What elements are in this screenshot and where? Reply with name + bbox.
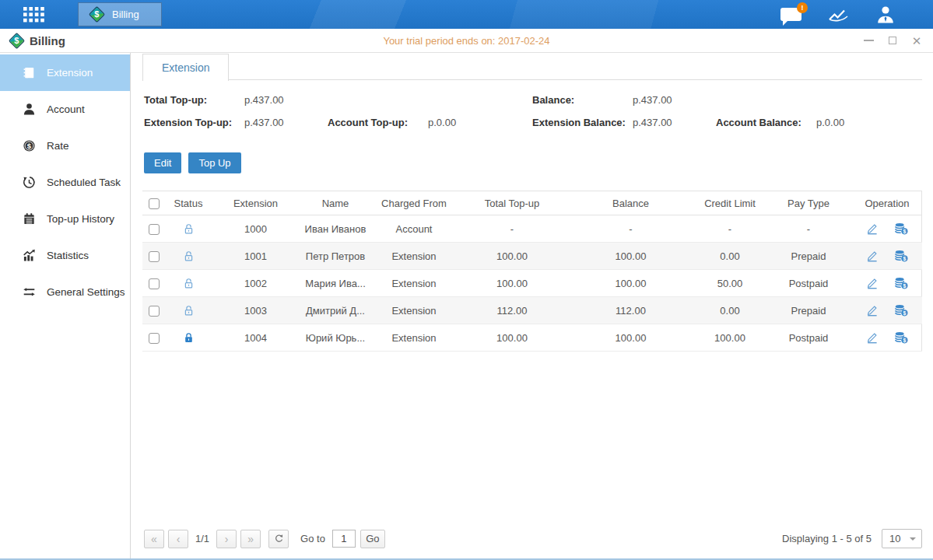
- account-topup-label: Account Top-up:: [328, 117, 428, 128]
- close-button[interactable]: ✕: [911, 35, 922, 46]
- edit-row-icon[interactable]: [866, 331, 879, 344]
- table-row: 1003 Дмитрий Д... Extension 112.00 112.0…: [142, 297, 922, 324]
- first-page-button[interactable]: «: [144, 530, 164, 548]
- cell-charged-from: Extension: [370, 243, 458, 270]
- column-operation: Operation: [852, 191, 922, 215]
- column-balance: Balance: [566, 191, 695, 215]
- maximize-button[interactable]: [887, 35, 898, 46]
- account-topup-value: p.0.00: [428, 117, 532, 128]
- row-checkbox[interactable]: [149, 278, 160, 289]
- notification-badge: !: [797, 2, 808, 13]
- topup-row-icon[interactable]: [894, 304, 908, 317]
- edit-row-icon[interactable]: [866, 304, 879, 317]
- user-account-button[interactable]: [875, 5, 896, 23]
- balance-value: p.437.00: [633, 94, 716, 106]
- sidebar-item-general-settings[interactable]: General Settings: [0, 274, 130, 310]
- column-total-topup: Total Top-up: [458, 191, 566, 215]
- topup-row-icon[interactable]: [894, 250, 908, 262]
- balance-label: Balance:: [532, 94, 633, 106]
- cell-balance: 112.00: [566, 297, 695, 324]
- table-row: 1002 Мария Ива... Extension 100.00 100.0…: [142, 270, 922, 297]
- next-page-button[interactable]: ›: [216, 530, 237, 548]
- row-checkbox[interactable]: [149, 224, 160, 235]
- column-status: Status: [166, 191, 211, 215]
- taskbar-tab-label: Billing: [112, 9, 139, 20]
- column-credit-limit: Credit Limit: [695, 191, 765, 215]
- go-button[interactable]: Go: [360, 530, 385, 548]
- topup-row-icon[interactable]: [894, 277, 908, 289]
- cell-name: Мария Ива...: [300, 270, 370, 297]
- column-extension: Extension: [211, 191, 300, 215]
- extension-icon: [23, 66, 37, 79]
- cell-pay-type: Postpaid: [765, 270, 852, 297]
- unlocked-icon: [183, 223, 195, 235]
- select-all-checkbox[interactable]: [149, 198, 160, 209]
- cell-total-topup: 112.00: [458, 297, 566, 324]
- cell-charged-from: Extension: [370, 270, 458, 297]
- pagination-bar: « ‹ 1/1 › » Go to Go Displaying 1 - 5 of…: [142, 529, 922, 558]
- general-settings-icon: [23, 285, 37, 299]
- window-titlebar: $ Billing Your trial period ends on: 201…: [0, 29, 933, 53]
- edit-row-icon[interactable]: [866, 250, 879, 262]
- sidebar-item-account[interactable]: Account: [0, 91, 130, 128]
- rate-icon: [23, 139, 37, 152]
- topup-row-icon[interactable]: [894, 331, 908, 344]
- sidebar: Extension Account Rate Scheduled Task To…: [0, 53, 131, 558]
- notifications-button[interactable]: !: [780, 8, 801, 21]
- row-checkbox[interactable]: [149, 333, 160, 344]
- goto-page-input[interactable]: [332, 530, 356, 548]
- cell-name: Иван Иванов: [300, 215, 370, 243]
- cell-pay-type: Postpaid: [765, 324, 852, 352]
- locked-icon: [183, 332, 195, 344]
- extensions-table: Status Extension Name Charged From Total…: [142, 191, 922, 352]
- cell-balance: 100.00: [566, 243, 695, 270]
- cell-extension: 1001: [211, 243, 300, 270]
- table-row: 1004 Юрий Юрь... Extension 100.00 100.00…: [142, 324, 922, 352]
- table-header-row: Status Extension Name Charged From Total…: [142, 191, 922, 215]
- sidebar-item-topup-history[interactable]: Top-up History: [0, 201, 130, 237]
- sidebar-item-rate[interactable]: Rate: [0, 128, 130, 164]
- refresh-button[interactable]: [268, 530, 289, 548]
- unlocked-icon: [183, 278, 195, 289]
- taskbar-tab-billing[interactable]: $ Billing: [78, 2, 162, 26]
- account-icon: [23, 103, 37, 116]
- cell-pay-type: Prepaid: [765, 297, 852, 324]
- column-pay-type: Pay Type: [765, 191, 852, 215]
- extension-balance-value: p.437.00: [633, 117, 716, 128]
- total-topup-label: Total Top-up:: [144, 94, 244, 106]
- page-size-select[interactable]: 10: [882, 529, 922, 548]
- edit-row-icon[interactable]: [866, 277, 879, 289]
- main-menu-grid-icon[interactable]: [23, 7, 44, 23]
- extension-topup-value: p.437.00: [244, 117, 328, 128]
- cell-extension: 1002: [211, 270, 300, 297]
- sidebar-item-extension[interactable]: Extension: [0, 54, 130, 91]
- cell-total-topup: 100.00: [458, 243, 566, 270]
- goto-label: Go to: [300, 533, 325, 544]
- prev-page-button[interactable]: ‹: [168, 530, 188, 548]
- last-page-button[interactable]: »: [240, 530, 261, 548]
- unlocked-icon: [183, 250, 195, 262]
- topup-button[interactable]: Top Up: [188, 152, 240, 173]
- cell-balance: 100.00: [566, 270, 695, 297]
- edit-button[interactable]: Edit: [144, 152, 181, 173]
- row-checkbox[interactable]: [149, 251, 160, 262]
- user-icon: [875, 5, 896, 23]
- tab-bar: Extension: [142, 53, 922, 80]
- sidebar-item-statistics[interactable]: Statistics: [0, 237, 130, 274]
- topup-row-icon[interactable]: [894, 222, 908, 235]
- top-navbar: $ Billing !: [0, 0, 933, 29]
- cell-balance: 100.00: [566, 324, 695, 352]
- row-checkbox[interactable]: [149, 306, 160, 317]
- sidebar-item-scheduled-task[interactable]: Scheduled Task: [0, 164, 130, 201]
- balance-summary: Total Top-up: p.437.00 Balance: p.437.00…: [142, 80, 922, 141]
- edit-row-icon[interactable]: [866, 222, 879, 235]
- cell-name: Юрий Юрь...: [300, 324, 370, 352]
- displaying-count: Displaying 1 - 5 of 5: [782, 533, 872, 544]
- cell-extension: 1003: [211, 297, 300, 324]
- resource-monitor-button[interactable]: [828, 7, 849, 23]
- line-chart-icon: [828, 7, 849, 23]
- chevron-down-icon: [910, 537, 916, 544]
- tab-extension[interactable]: Extension: [142, 54, 229, 81]
- minimize-button[interactable]: [863, 35, 874, 46]
- page-indicator: 1/1: [195, 533, 209, 544]
